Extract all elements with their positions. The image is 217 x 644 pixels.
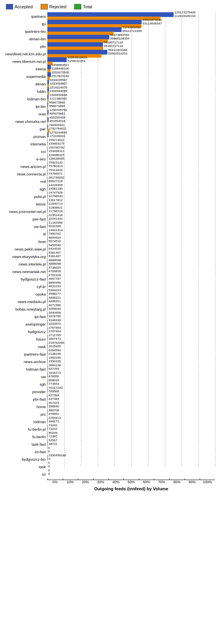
bars-container: 48880984888098 <box>47 260 215 267</box>
bar-label: wsisiz <box>2 202 47 206</box>
bars-container: 3316273878350 <box>47 373 215 380</box>
legend-rejected: Rejected <box>41 4 66 9</box>
bar-row: news.artcom.pl7592313275780313 <box>2 163 215 170</box>
bar-row: prz380706378952 <box>2 411 215 418</box>
bar-label: poznan <box>2 134 47 139</box>
bar-label: axelspringer <box>2 322 47 326</box>
bars-container: 1290705752485079861 <box>47 110 215 117</box>
bar-label: fu-berlin-pl <box>2 427 47 431</box>
bar-label: tpi-bin <box>2 104 47 109</box>
bar-label: news-archive <box>2 360 47 364</box>
bars-container: 15503351550335 <box>47 358 215 365</box>
bar-row: onet1290705752485079861 <box>2 110 215 117</box>
bar-row: fu-berlin-pl7324273242 <box>2 426 215 433</box>
bar-row: cyf-kr88504564631033 <box>2 283 215 290</box>
bar-row: task00 <box>2 463 215 470</box>
legend-accepted-label: Accepted <box>15 4 33 9</box>
bar-row: rmf26173609269627216 <box>2 178 215 185</box>
bar-label: uw <box>2 375 47 379</box>
bars-container: 15143149761400944085 <box>47 88 215 95</box>
bar-row: lublin15143149761400944085 <box>2 88 215 95</box>
bars-container: 125173375409112419349134 <box>47 13 215 20</box>
bar-row: tpi9350167304293119548347 <box>2 20 215 27</box>
x-tick-1: 10% <box>63 480 78 484</box>
bar-row: sgh808039773554 <box>2 380 215 388</box>
bars-container: 808039773554 <box>47 380 215 388</box>
x-tick-0: 0% <box>47 480 63 484</box>
bar-row: plix-fast437384437384 <box>2 395 215 403</box>
bar-label: tpi-fast <box>2 314 47 319</box>
bar-row: news.eturystyka.org53814675381467 <box>2 253 215 260</box>
x-axis: 0% 10% 20% 30% 40% 50% 60% 70% 80% 90% 1… <box>47 480 215 484</box>
bar-row: opoka53642234598277 <box>2 290 215 298</box>
bars-container: 1180892111798716 <box>47 208 215 215</box>
bar-row: ipartners125173375409112419349134 <box>2 13 215 20</box>
bar-row: provider70217240769568 <box>2 388 215 395</box>
bar-label: news.connecta.pl <box>2 172 47 176</box>
bar-label: nask <box>2 345 47 349</box>
bars-container: 23504581860 <box>47 456 215 463</box>
bars-container: 53814675381467 <box>47 253 215 260</box>
bars-container: 5256738722 <box>47 441 215 448</box>
bars-container: 380706378952 <box>47 411 215 418</box>
bars-container: 7592313275780313 <box>47 163 215 170</box>
accepted-bar <box>47 455 48 460</box>
bar-row: bydgoszcz-bin23504581860 <box>2 456 215 463</box>
legend-total-box <box>74 4 81 9</box>
bar-label: bydgoszcz-bin <box>2 457 47 461</box>
legend-accepted: Accepted <box>6 4 33 9</box>
bars-container: 44893214489321 <box>47 298 215 305</box>
accepted-value: 2350458186 <box>49 454 66 458</box>
bar-label: news.artcom.pl <box>2 164 47 169</box>
bar-label: task-fast <box>2 442 47 446</box>
bar-label: fu-berlin <box>2 435 47 439</box>
bar-row: e-wro128486315128436695 <box>2 155 215 162</box>
bars-container: 33463303333570 <box>47 320 215 328</box>
bar-row: atman16340355671633084807 <box>2 80 215 87</box>
bar-row: bobas.nowytarg.pl40715864059044 <box>2 305 215 313</box>
bar-row: news.netmaniak.net47360054706826 <box>2 268 215 275</box>
bar-row: interia33586845213188446100 <box>2 65 215 72</box>
bar-label: internetia <box>2 142 47 146</box>
bars-container: 5518071711655180717116 <box>47 43 215 50</box>
bar-row: coi155780760153499312 <box>2 148 215 155</box>
legend: Accepted Rejected Total <box>2 4 215 9</box>
bars-container: 437384437384 <box>47 395 215 403</box>
bar-row: internetia155274522154663175 <box>2 140 215 147</box>
bar-label: bnet <box>2 239 47 244</box>
bar-label: task <box>2 465 47 469</box>
bar-row: news.chmurka.net455255409451654516 <box>2 118 215 125</box>
bar-row: bnet56049245574516 <box>2 238 215 245</box>
bar-label: news.pekin.waw.pl <box>2 247 47 251</box>
bars-container: 1361781211840713 <box>47 200 215 207</box>
bar-label: coi <box>2 149 47 154</box>
bar-row: lodman-bin13269539461121380362 <box>2 95 215 102</box>
x-tick-10: 100% <box>200 480 215 484</box>
bar-label: supermedia <box>2 74 47 79</box>
bars-container: 2235241810241342 <box>47 215 215 222</box>
bars-container: 13269539461121380362 <box>47 95 215 102</box>
x-tick-2: 20% <box>78 480 93 484</box>
bar-label: ipartners-bin <box>2 29 47 34</box>
bar-label: ipartners-fast <box>2 352 47 356</box>
bar-row: polsl.pl1474792812758530 <box>2 193 215 200</box>
bar-label: news.tiberium.net.pl <box>2 59 47 64</box>
bar-row: lodman-fast2864138927259 <box>2 365 215 373</box>
bar-label: ipartners <box>2 14 47 19</box>
bar-label: agh <box>2 187 47 191</box>
bar-row: ict-fast00 <box>2 448 215 455</box>
bars-container: 958673899958673899 <box>47 103 215 110</box>
bar-label: atman <box>2 82 47 86</box>
bars-container: 26173609269627216 <box>47 178 215 185</box>
bars-container: 7465093411792764621 <box>47 125 215 132</box>
bar-row: axelspringer33463303333570 <box>2 320 215 328</box>
bar-label: prz <box>2 412 47 416</box>
bar-label: pwr <box>2 127 47 131</box>
bar-label: uw-fast <box>2 224 47 229</box>
bars-container: 27127052667473 <box>47 335 215 343</box>
bar-label: pwr-fast <box>2 217 47 221</box>
bars-container: 54535405424535 <box>47 245 215 252</box>
bar-label: e-wro <box>2 157 47 161</box>
bars-container: 88504564631033 <box>47 283 215 290</box>
bar-row: task-fast5256738722 <box>2 441 215 448</box>
